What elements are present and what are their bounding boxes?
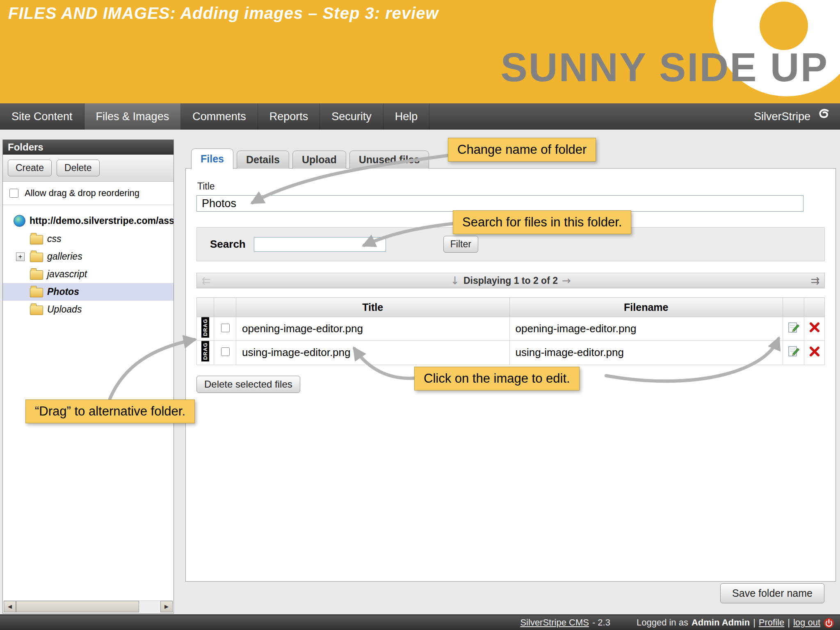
- title-column-header[interactable]: Title: [236, 298, 510, 317]
- callout-drag-folder: “Drag” to alternative folder.: [25, 399, 195, 423]
- delete-selected-files-button[interactable]: Delete selected files: [196, 376, 300, 393]
- pagination-text: Displaying 1 to 2 of 2: [463, 275, 558, 286]
- cms-version-number: - 2.3: [592, 617, 610, 628]
- pager-down-icon[interactable]: ↓: [450, 274, 459, 287]
- first-page-icon[interactable]: ⇇: [202, 274, 211, 287]
- folders-header: Folders: [3, 140, 173, 155]
- main-nav: Site Content Files & Images Comments Rep…: [0, 103, 840, 130]
- scroll-left-icon[interactable]: ◀: [4, 601, 16, 612]
- globe-icon: [14, 215, 25, 227]
- nav-security[interactable]: Security: [320, 103, 383, 130]
- tab-details[interactable]: Details: [237, 151, 289, 169]
- cms-version-link[interactable]: SilverStripe CMS: [520, 617, 589, 628]
- table-row: DRAG using-image-editor.png using-image-…: [197, 341, 825, 365]
- nav-help[interactable]: Help: [383, 103, 430, 130]
- tutorial-step-title: FILES AND IMAGES: Adding images – Step 3…: [8, 4, 439, 23]
- tree-item-label: http://demo.silverstripe.com/asse: [30, 215, 173, 226]
- search-label: Search: [210, 238, 246, 251]
- tree-item-label: Photos: [47, 286, 79, 297]
- scroll-right-icon[interactable]: ▶: [160, 601, 173, 612]
- nav-label: Comments: [192, 110, 246, 123]
- logout-power-icon[interactable]: [824, 617, 834, 628]
- scrollbar-track[interactable]: [16, 601, 160, 612]
- drag-handle[interactable]: DRAG: [201, 317, 209, 338]
- tree-root-assets[interactable]: http://demo.silverstripe.com/asse: [3, 212, 173, 230]
- logged-in-user: Admin Admin: [692, 617, 750, 628]
- folder-icon: [30, 270, 43, 280]
- scrollbar-thumb[interactable]: [16, 601, 139, 612]
- site-brand-text: SUNNY SIDE UP: [500, 44, 829, 91]
- create-folder-button[interactable]: Create: [8, 160, 52, 176]
- status-bar: SilverStripe CMS - 2.3 Logged in as Admi…: [0, 614, 840, 630]
- tree-folder-css[interactable]: css: [3, 230, 173, 248]
- profile-link[interactable]: Profile: [759, 617, 784, 628]
- silverstripe-brand-label: SilverStripe: [754, 110, 810, 123]
- nav-label: Site Content: [11, 110, 73, 123]
- drag-handle[interactable]: DRAG: [201, 341, 209, 361]
- nav-reports[interactable]: Reports: [258, 103, 320, 130]
- row-checkbox[interactable]: [221, 347, 230, 356]
- top-banner: FILES AND IMAGES: Adding images – Step 3…: [0, 0, 840, 103]
- last-page-icon[interactable]: ⇉: [810, 274, 819, 287]
- sidebar-horizontal-scrollbar[interactable]: ◀ ▶: [4, 600, 173, 612]
- folder-tree: http://demo.silverstripe.com/asse css + …: [3, 205, 173, 325]
- nav-site-content[interactable]: Site Content: [0, 103, 84, 130]
- file-name-cell[interactable]: opening-image-editor.png: [509, 317, 783, 341]
- row-checkbox[interactable]: [221, 324, 230, 332]
- logout-link[interactable]: log out: [793, 617, 820, 628]
- table-header-row: Title Filename: [197, 298, 825, 317]
- tree-folder-javascript[interactable]: javascript: [3, 265, 173, 283]
- file-title-cell[interactable]: using-image-editor.png: [236, 341, 510, 365]
- folder-title-input[interactable]: [196, 195, 803, 212]
- silverstripe-logo-icon: [816, 107, 833, 126]
- nav-label: Reports: [269, 110, 308, 123]
- delete-file-icon[interactable]: [809, 322, 820, 336]
- delete-folder-button[interactable]: Delete: [57, 160, 99, 176]
- allow-drag-drop-label: Allow drag & drop reordering: [25, 188, 139, 199]
- search-input[interactable]: [254, 237, 386, 252]
- delete-column-header: [804, 298, 825, 317]
- status-separator: |: [753, 617, 756, 628]
- allow-drag-drop-checkbox[interactable]: [9, 189, 18, 198]
- save-folder-name-button[interactable]: Save folder name: [720, 583, 824, 603]
- file-title-cell[interactable]: opening-image-editor.png: [236, 317, 510, 341]
- tree-item-label: galleries: [47, 251, 82, 262]
- files-table: Title Filename DRAG opening-image-editor…: [196, 297, 825, 365]
- pagination-center: ↓ Displaying 1 to 2 of 2 →: [450, 274, 571, 287]
- tab-upload[interactable]: Upload: [292, 151, 346, 169]
- title-field-label: Title: [197, 181, 825, 192]
- nav-brand-area: SilverStripe: [754, 103, 840, 130]
- tree-item-label: Uploads: [47, 304, 82, 315]
- tab-unused-files[interactable]: Unused files: [349, 151, 429, 169]
- pagination-bar: ⇇ ↓ Displaying 1 to 2 of 2 → ⇉: [196, 273, 825, 288]
- checkbox-column-header: [214, 298, 236, 317]
- filename-column-header[interactable]: Filename: [509, 298, 783, 317]
- edit-file-icon[interactable]: [788, 321, 800, 336]
- nav-files-images[interactable]: Files & Images: [84, 103, 181, 130]
- tree-item-label: javascript: [47, 269, 87, 280]
- edit-file-icon[interactable]: [788, 345, 800, 360]
- folder-icon: [30, 253, 43, 262]
- tree-folder-uploads[interactable]: Uploads: [3, 301, 173, 318]
- tree-folder-galleries[interactable]: + galleries: [3, 248, 173, 265]
- delete-file-icon[interactable]: [809, 346, 820, 360]
- filter-button[interactable]: Filter: [443, 236, 478, 253]
- drag-column-header: [197, 298, 214, 317]
- callout-search-files: Search for files in this folder.: [453, 210, 631, 234]
- logged-in-prefix: Logged in as: [637, 617, 688, 628]
- folder-icon: [30, 306, 43, 315]
- file-name-cell[interactable]: using-image-editor.png: [509, 341, 783, 365]
- tab-files[interactable]: Files: [191, 148, 233, 169]
- egg-yolk-logo: [760, 2, 808, 50]
- pager-next-icon[interactable]: →: [562, 274, 571, 287]
- folders-sidebar: Folders Create Delete Allow drag & drop …: [2, 139, 174, 614]
- nav-label: Help: [395, 110, 418, 123]
- nav-comments[interactable]: Comments: [181, 103, 258, 130]
- expand-toggle-icon[interactable]: +: [16, 252, 25, 261]
- folder-icon: [30, 235, 43, 244]
- edit-column-header: [783, 298, 804, 317]
- tree-folder-photos[interactable]: Photos: [3, 283, 173, 301]
- folders-toolbar: Create Delete: [3, 155, 173, 182]
- status-separator: |: [788, 617, 790, 628]
- tree-item-label: css: [47, 233, 62, 244]
